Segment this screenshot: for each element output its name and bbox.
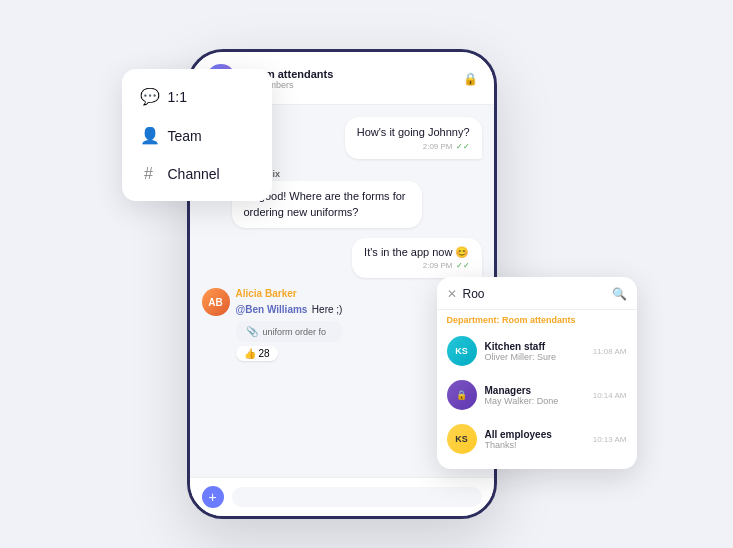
alicia-text-2: Here ;) xyxy=(312,304,343,315)
attachment-name: uniform order fo xyxy=(263,327,327,337)
message-input[interactable] xyxy=(232,487,482,507)
all-employees-info: All employees Thanks! xyxy=(485,429,585,450)
reaction-emoji: 👍 xyxy=(244,348,256,359)
all-employees-avatar: KS xyxy=(447,424,477,454)
alicia-avatar: AB xyxy=(202,288,230,316)
all-employees-time: 10:13 AM xyxy=(593,435,627,444)
message-time-1: 2:09 PM xyxy=(423,142,453,151)
search-panel: ✕ Roo 🔍 Department: Room attendants KS K… xyxy=(437,277,637,469)
hash-icon: # xyxy=(140,165,158,183)
chat-icon: 💬 xyxy=(140,87,158,106)
message-text-2: It's in the app now 😊 xyxy=(364,246,469,259)
search-input[interactable]: Roo xyxy=(463,287,606,301)
message-bubble-right-2: It's in the app now 😊 2:09 PM ✓✓ xyxy=(352,238,481,278)
attachment-pill[interactable]: 📎 uniform order fo xyxy=(236,321,343,342)
alicia-mention: @Ben Williams xyxy=(236,304,308,315)
kitchen-staff-time: 11:08 AM xyxy=(593,347,627,356)
search-department: Department: Room attendants xyxy=(437,310,637,329)
managers-avatar: 🔒 xyxy=(447,380,477,410)
reaction-bubble[interactable]: 👍 28 xyxy=(236,346,278,361)
message-text-1: How's it going Johnny? xyxy=(357,125,470,140)
search-clear-icon[interactable]: ✕ xyxy=(447,287,457,301)
department-name[interactable]: Room attendants xyxy=(502,315,576,325)
dropdown-label-team: Team xyxy=(168,128,202,144)
scene: 💬 1:1 👤 Team # Channel RA Room attendant… xyxy=(107,19,627,529)
chat-input-bar: + xyxy=(190,477,494,516)
all-employees-preview: Thanks! xyxy=(485,440,585,450)
alicia-message: @Ben Williams Here ;) xyxy=(236,299,343,317)
message-bubble-right-1: How's it going Johnny? 2:09 PM ✓✓ xyxy=(345,117,482,159)
kitchen-staff-name: Kitchen staff xyxy=(485,341,585,352)
dropdown-menu: 💬 1:1 👤 Team # Channel xyxy=(122,69,272,201)
search-result-managers[interactable]: 🔒 Managers May Walker: Done 10:14 AM xyxy=(437,373,637,417)
kitchen-staff-preview: Oliver Miller: Sure xyxy=(485,352,585,362)
alicia-name: Alicia Barker xyxy=(236,288,343,299)
alicia-content: Alicia Barker @Ben Williams Here ;) 📎 un… xyxy=(236,288,343,361)
search-bar: ✕ Roo 🔍 xyxy=(437,287,637,310)
dropdown-item-channel[interactable]: # Channel xyxy=(122,155,272,193)
dropdown-item-team[interactable]: 👤 Team xyxy=(122,116,272,155)
clip-icon: 📎 xyxy=(246,326,258,337)
reaction-row: 👍 28 xyxy=(236,346,343,361)
managers-name: Managers xyxy=(485,385,585,396)
check-icon-2: ✓✓ xyxy=(456,261,470,270)
message-time-2: 2:09 PM xyxy=(423,261,453,270)
all-employees-name: All employees xyxy=(485,429,585,440)
department-label: Department: xyxy=(447,315,500,325)
dropdown-item-1on1[interactable]: 💬 1:1 xyxy=(122,77,272,116)
search-icon[interactable]: 🔍 xyxy=(612,287,627,301)
managers-info: Managers May Walker: Done xyxy=(485,385,585,406)
dropdown-label-channel: Channel xyxy=(168,166,220,182)
kitchen-staff-info: Kitchen staff Oliver Miller: Sure xyxy=(485,341,585,362)
team-icon: 👤 xyxy=(140,126,158,145)
reaction-count: 28 xyxy=(259,348,270,359)
check-icon-1: ✓✓ xyxy=(456,142,470,151)
search-result-all-employees[interactable]: KS All employees Thanks! 10:13 AM xyxy=(437,417,637,461)
managers-preview: May Walker: Done xyxy=(485,396,585,406)
add-button[interactable]: + xyxy=(202,486,224,508)
search-result-kitchen-staff[interactable]: KS Kitchen staff Oliver Miller: Sure 11:… xyxy=(437,329,637,373)
kitchen-staff-avatar: KS xyxy=(447,336,477,366)
lock-icon: 🔒 xyxy=(463,72,478,86)
message-meta-2: 2:09 PM ✓✓ xyxy=(364,261,469,270)
message-meta-1: 2:09 PM ✓✓ xyxy=(357,142,470,151)
dropdown-label-1on1: 1:1 xyxy=(168,89,187,105)
managers-time: 10:14 AM xyxy=(593,391,627,400)
